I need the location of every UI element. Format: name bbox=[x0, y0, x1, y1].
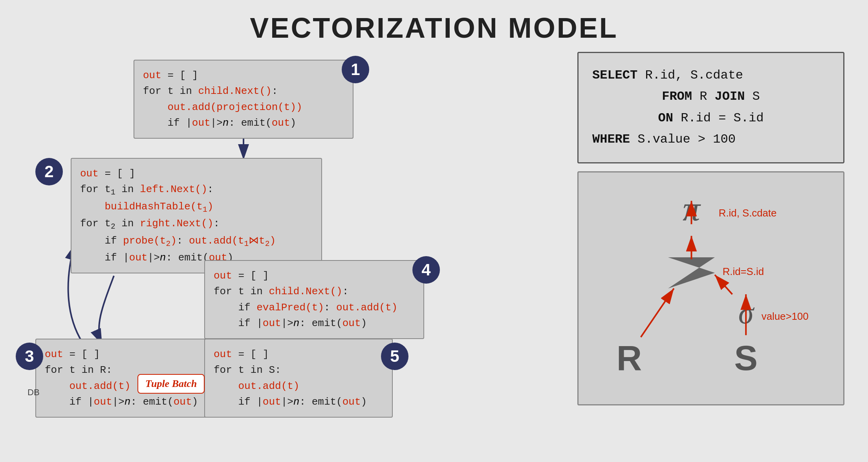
algebra-box: π R.id, S.cdate R.id=S.id σ value>100 R bbox=[577, 171, 844, 405]
algebra-svg: π R.id, S.cdate R.id=S.id σ value>100 R bbox=[579, 172, 843, 404]
s-label: S bbox=[734, 338, 757, 378]
sql-where-rest: S.value > 100 bbox=[630, 132, 736, 147]
sql-from-rest: S bbox=[745, 89, 760, 104]
tuple-batch-label: Tuple Batch bbox=[137, 374, 205, 394]
sql-where-kw: WHERE bbox=[592, 132, 630, 147]
sql-select-rest: R.id, S.cdate bbox=[637, 68, 743, 82]
right-section: SELECT R.id, S.cdate FROM R JOIN S ON R.… bbox=[577, 52, 844, 405]
r-label: R bbox=[617, 338, 642, 378]
sigma-subscript: value>100 bbox=[762, 310, 809, 321]
sql-select-kw: SELECT bbox=[592, 68, 637, 82]
pi-subscript: R.id, S.cdate bbox=[719, 207, 777, 218]
sql-join-kw: JOIN bbox=[715, 89, 745, 104]
code-box-4: out = [ ] for t in child.Next(): if eval… bbox=[204, 260, 424, 339]
code-box-2: out = [ ] for t1 in left.Next(): buildHa… bbox=[71, 158, 322, 273]
arrow-sigma-join bbox=[715, 275, 732, 294]
badge-1: 1 bbox=[342, 56, 369, 83]
sql-from-kw: FROM bbox=[662, 89, 692, 104]
code-box-1: out = [ ] for t in child.Next(): out.add… bbox=[134, 60, 353, 139]
sql-box: SELECT R.id, S.cdate FROM R JOIN S ON R.… bbox=[577, 52, 844, 163]
db-label: DB bbox=[27, 387, 40, 398]
page-title: VECTORIZATION MODEL bbox=[0, 0, 868, 52]
sql-from-mid: R bbox=[692, 89, 715, 104]
join-subscript: R.id=S.id bbox=[723, 266, 764, 277]
badge-2: 2 bbox=[35, 158, 63, 185]
sql-on-kw: ON bbox=[658, 111, 673, 125]
badge-5: 5 bbox=[381, 343, 408, 370]
join-symbol bbox=[668, 257, 715, 288]
code-box-5: out = [ ] for t in S: out.add(t) if |out… bbox=[204, 339, 393, 418]
left-section: out = [ ] for t in child.Next(): out.add… bbox=[24, 52, 562, 405]
badge-3: 3 bbox=[16, 343, 43, 370]
badge-4: 4 bbox=[412, 256, 440, 284]
arrow-r-join bbox=[641, 288, 674, 337]
sql-on-rest: R.id = S.id bbox=[673, 111, 764, 125]
